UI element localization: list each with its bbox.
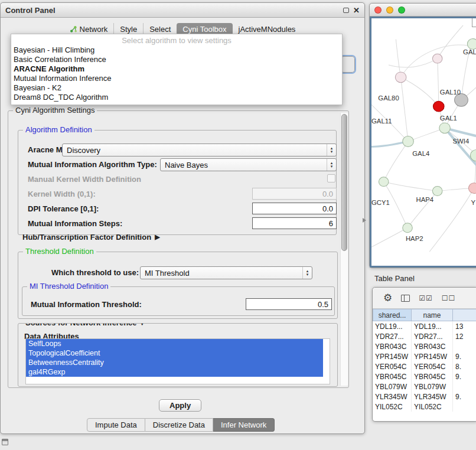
network-edge[interactable] bbox=[384, 142, 408, 182]
algorithm-option-mutual-information-inference[interactable]: Mutual Information Inference bbox=[11, 74, 342, 83]
algorithm-option-dream8-dc-tdc-algorithm[interactable]: Dream8 DC_TDC Algorithm bbox=[11, 93, 342, 102]
table-cell: YDR27... bbox=[373, 331, 412, 341]
close-window-icon[interactable] bbox=[374, 6, 382, 14]
combo-arrows-icon: ▴▾ bbox=[302, 267, 312, 279]
algorithm-option-aracne-algorithm[interactable]: ARACNE Algorithm bbox=[11, 64, 342, 74]
table-body: YDL19...YDL19...13YDR27...YDR27...12YBR0… bbox=[373, 321, 476, 412]
control-panel-window: Control Panel ✕ NetworkStyleSelectCyni T… bbox=[0, 2, 365, 434]
network-edge[interactable] bbox=[438, 25, 463, 58]
table-row[interactable]: YER054CYER054C8. bbox=[373, 361, 476, 371]
aracne-mode-select[interactable]: Discovery ▴▾ bbox=[62, 144, 337, 156]
table-row[interactable]: YBL079WYBL079W bbox=[373, 381, 476, 392]
network-edge[interactable] bbox=[384, 182, 438, 191]
network-canvas[interactable]: GAL80GAL10GAL11GAL1SWI4GAL4GCY1HAP4HAP2G… bbox=[370, 17, 476, 268]
minimize-window-icon[interactable] bbox=[386, 6, 393, 14]
network-edge[interactable] bbox=[389, 58, 438, 67]
select-all-icon[interactable]: ☑☑ bbox=[419, 294, 433, 302]
hub-definition-expander[interactable]: Hub/Transcription Factor Definition ▶ bbox=[22, 233, 160, 242]
mi-type-select[interactable]: Naive Bayes ▴▾ bbox=[160, 158, 337, 171]
combo-arrows-icon: ▴▾ bbox=[327, 159, 336, 171]
algorithm-option-bayesian-k2[interactable]: Bayesian - K2 bbox=[11, 83, 342, 93]
table-cell: YLR345W bbox=[412, 392, 453, 402]
manual-kernel-checkbox[interactable] bbox=[327, 174, 335, 182]
dpi-tolerance-input[interactable] bbox=[252, 203, 337, 214]
apply-button[interactable]: Apply bbox=[159, 399, 201, 412]
network-view-window: GAL80GAL10GAL11GAL1SWI4GAL4GCY1HAP4HAP2G… bbox=[369, 3, 476, 268]
column-header-2[interactable] bbox=[453, 309, 476, 321]
deselect-all-icon[interactable]: ☐☐ bbox=[442, 294, 456, 302]
network-titlebar[interactable] bbox=[370, 4, 476, 17]
settings-group-title: Cyni Algorithm Settings bbox=[13, 106, 97, 115]
algorithm-option-basic-correlation-inference[interactable]: Basic Correlation Inference bbox=[11, 55, 342, 64]
network-edge[interactable] bbox=[401, 77, 439, 106]
table-header-row: shared...name bbox=[373, 309, 476, 321]
table-row[interactable]: YIL052CYIL052C bbox=[373, 402, 476, 412]
network-edge[interactable] bbox=[371, 228, 407, 247]
mi-type-value: Naive Bayes bbox=[161, 161, 327, 169]
data-attributes-list[interactable]: SelfLoopsTopologicalCoefficientBetweenne… bbox=[25, 338, 330, 384]
network-node[interactable] bbox=[403, 223, 413, 233]
mi-steps-label: Mutual Information Steps: bbox=[28, 219, 122, 228]
network-node[interactable] bbox=[432, 187, 442, 196]
tab-impute-data[interactable]: Impute Data bbox=[87, 418, 145, 432]
birdseye-toggle[interactable] bbox=[472, 18, 476, 27]
table-cell: 12 bbox=[453, 331, 476, 341]
tab-label: Cyni Toolbox bbox=[182, 25, 226, 34]
mi-threshold-input[interactable] bbox=[246, 298, 332, 310]
expand-right-icon[interactable]: ▶ bbox=[155, 233, 159, 241]
network-edge[interactable] bbox=[408, 128, 445, 142]
tab-label: jActiveMNodules bbox=[239, 25, 296, 34]
which-threshold-select[interactable]: MI Threshold ▴▾ bbox=[140, 266, 312, 279]
attribute-item-betweennesscentrality[interactable]: BetweennessCentrality bbox=[26, 358, 323, 367]
restore-panel-icon[interactable] bbox=[2, 439, 8, 445]
mi-steps-input[interactable] bbox=[252, 217, 337, 229]
minimize-icon[interactable] bbox=[343, 8, 349, 13]
splitter-handle-icon[interactable] bbox=[363, 218, 366, 223]
table-row[interactable]: YPR145WYPR145W9. bbox=[373, 351, 476, 361]
table-row[interactable]: YLR345WYLR345W9. bbox=[373, 392, 476, 402]
node-label: GAL bbox=[463, 48, 476, 56]
node-label: HAP4 bbox=[416, 197, 433, 204]
network-node[interactable] bbox=[379, 177, 389, 187]
bottom-tab-bar: Impute DataDiscretize DataInfer Network bbox=[87, 418, 275, 432]
gear-icon[interactable]: ⚙ bbox=[383, 293, 392, 303]
threshold-definition-title: Threshold Definition bbox=[23, 247, 96, 256]
mi-threshold-label: Mutual Information Threshold: bbox=[31, 300, 142, 309]
algorithm-option-bayesian-hill-climbing[interactable]: Bayesian - Hill Climbing bbox=[11, 45, 342, 55]
network-node[interactable] bbox=[403, 136, 414, 147]
which-threshold-value: MI Threshold bbox=[141, 269, 302, 278]
table-row[interactable]: YDL19...YDL19...13 bbox=[373, 321, 476, 331]
scrollbar-thumb[interactable] bbox=[341, 114, 347, 251]
network-node[interactable] bbox=[433, 101, 444, 112]
expand-down-icon[interactable]: ▼ bbox=[139, 323, 145, 327]
network-node[interactable] bbox=[432, 54, 442, 63]
network-edge[interactable] bbox=[429, 188, 474, 252]
control-panel-titlebar[interactable]: Control Panel ✕ bbox=[1, 3, 364, 18]
network-edge[interactable] bbox=[396, 40, 400, 77]
tab-discretize-data[interactable]: Discretize Data bbox=[145, 418, 213, 432]
network-node[interactable] bbox=[395, 72, 406, 83]
table-row[interactable]: YBR045CYBR045C9. bbox=[373, 371, 476, 381]
network-node[interactable] bbox=[439, 123, 451, 133]
close-icon[interactable]: ✕ bbox=[353, 6, 360, 14]
column-selector-icon[interactable] bbox=[401, 295, 410, 302]
settings-scrollbar[interactable] bbox=[340, 113, 348, 386]
attribute-item-topologicalcoefficient[interactable]: TopologicalCoefficient bbox=[26, 348, 323, 358]
node-table: shared...name YDL19...YDL19...13YDR27...… bbox=[373, 309, 476, 421]
kernel-width-input[interactable] bbox=[252, 188, 337, 200]
which-threshold-label: Which threshold to use: bbox=[51, 268, 139, 277]
attribute-item-gal4rgexp[interactable]: gal4RGexp bbox=[26, 367, 323, 377]
table-row[interactable]: YDR27...YDR27...12 bbox=[373, 331, 476, 341]
network-node[interactable] bbox=[468, 183, 476, 194]
network-node[interactable] bbox=[467, 39, 476, 50]
algorithm-dropdown: Select algorithm to view settings Bayesi… bbox=[11, 34, 343, 105]
network-edge[interactable] bbox=[401, 77, 408, 142]
attribute-item-selfloops[interactable]: SelfLoops bbox=[26, 339, 323, 348]
tab-infer-network[interactable]: Infer Network bbox=[213, 418, 275, 432]
column-header-shared[interactable]: shared... bbox=[373, 309, 412, 321]
table-row[interactable]: YBR043CYBR043C bbox=[373, 341, 476, 351]
aracne-mode-value: Discovery bbox=[63, 146, 327, 155]
column-header-name[interactable]: name bbox=[412, 309, 453, 321]
network-edge[interactable] bbox=[438, 58, 439, 106]
zoom-window-icon[interactable] bbox=[398, 6, 405, 14]
